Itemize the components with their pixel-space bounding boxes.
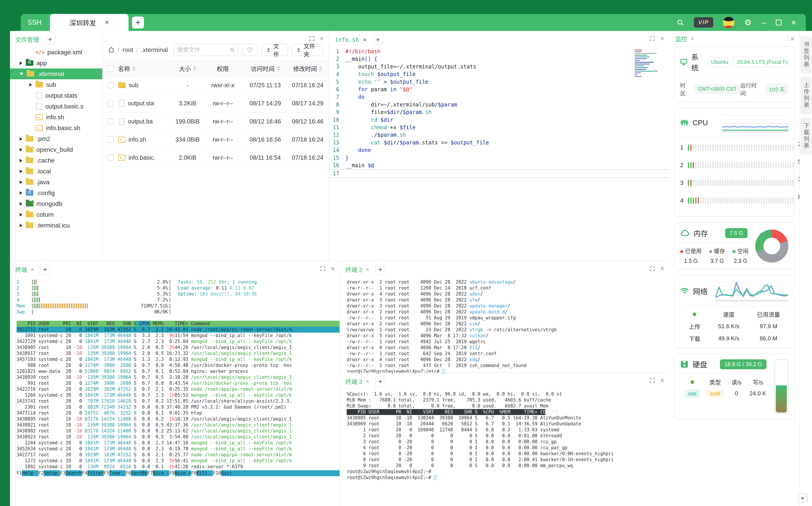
tree-item--xterminal[interactable]: .xterminal [10,69,102,79]
side-tab-3[interactable]: 下载列表 [801,117,812,155]
side-tab-2[interactable]: 上传列表 [801,77,812,114]
tree-item--cache[interactable]: .cache [10,155,102,166]
terminal-2-screen[interactable]: drwxr-xr-x 2 root root 4096 Dec 28 2022 … [340,277,669,374]
row-checkbox[interactable] [107,100,114,107]
settings-gear-icon[interactable]: ⚙ [744,18,752,27]
side-tab-1[interactable]: 书签列表 [801,36,812,73]
close-icon[interactable]: × [320,35,324,42]
row-checkbox[interactable] [107,82,114,89]
tree-item-sub[interactable]: sub [10,79,102,90]
editor-tab-close-icon[interactable]: × [363,36,367,43]
search-icon[interactable] [676,19,684,26]
process-row[interactable]: 3422712 root 20 0 1029M 162M 47252 S 8.7… [17,327,340,333]
chevron-right-icon[interactable] [20,137,22,141]
tree-item--local[interactable]: .local [10,166,102,177]
file-row[interactable]: output.ba199.0BiBrw-r--r--08/12 16:4608/… [103,113,329,131]
column-header-4[interactable]: 访问时间 [244,64,287,73]
process-row[interactable]: 3422729 systemd-c 20 0 1841M 173M 46448 … [17,339,340,345]
tree-item--java[interactable]: .java [10,177,102,187]
process-row[interactable]: 3438905 root 10 -10 135M 39380 19964 S 2… [17,345,340,350]
breadcrumb[interactable]: / root / .xterminal [108,47,168,54]
column-header-3[interactable]: 权限 [202,64,244,73]
tree-item-mongodb[interactable]: mongodb [10,198,102,209]
fullscreen-icon[interactable] [320,266,326,271]
tree-item-app[interactable]: app [10,58,102,69]
fullscreen-icon[interactable] [649,378,655,384]
chevron-down-icon[interactable] [20,73,23,75]
file-search[interactable] [174,44,239,56]
upload-file-button[interactable]: 文件 [261,44,288,56]
process-row[interactable]: 988 root 20 0 1274M 3900 2680 S 0.7 0.0 … [17,362,340,368]
tree-item--config[interactable]: .config [10,187,102,198]
chevron-right-icon[interactable] [20,202,22,205]
chevron-right-icon[interactable] [20,159,22,162]
terminal-3-tab[interactable]: 终端 3 [345,377,362,386]
vip-badge[interactable]: VIP [694,17,713,27]
process-row[interactable]: 1266 systemd-c 20 0 1841M 173M 46448 S 0… [17,392,340,398]
terminal-3-tab-close-icon[interactable]: × [366,378,369,385]
search-icon[interactable] [230,47,235,53]
terminal-3-prompt[interactable]: root@iZwz9hgcn5aqiewmvhl4pxZ:~# [347,475,669,481]
session-tab[interactable]: 深圳转发 × [50,14,128,31]
minimize-button[interactable]: – [761,18,766,27]
terminal-2-add-button[interactable]: + [375,264,385,275]
tree-item-output-basic-s[interactable]: output.basic.s [10,101,102,112]
process-row[interactable]: 3438917 root 10 -10 135M 39380 19964 S 2… [17,350,340,356]
terminal-2-tab-close-icon[interactable]: × [366,266,369,273]
process-row[interactable]: 1092 systemd-c 20 0 136M 8924 6516 S 0.0… [17,464,340,470]
terminal-3-screen[interactable]: %Cpu(s): 1.6 us, 1.6 sy, 0.0 ni, 96.8 id… [340,389,669,481]
monitor-tab-close-icon[interactable]: × [691,35,694,42]
tree-item-output-stats[interactable]: output.stats [10,90,102,101]
fullscreen-icon[interactable] [649,35,655,41]
row-checkbox[interactable] [107,154,114,161]
close-button[interactable]: × [791,18,796,27]
chevron-right-icon[interactable] [20,213,22,217]
process-row[interactable]: 3438921 root 10 -10 135M 39380 19964 S 0… [17,422,340,428]
select-all-checkbox[interactable] [107,65,114,72]
process-row[interactable]: 1272 systemd-c 20 0 1841M 173M 46448 S 0… [17,458,340,464]
chevron-right-icon[interactable] [20,180,22,184]
breadcrumb-dir[interactable]: .xterminal [141,47,168,54]
maximize-button[interactable] [776,20,782,25]
column-header-5[interactable]: 修改时间 [287,64,329,73]
process-row[interactable]: 3438902 root 10 -10 83176 14324 11408 S … [17,428,340,434]
sort-icon[interactable] [277,66,280,71]
htop-function-keys[interactable]: F1Help F2Setup F3SearchF4FilterF5Tree F6… [17,470,340,476]
process-row[interactable]: 1201821 www-data 20 0 52808 9824 6952 S … [17,368,340,374]
sort-icon[interactable] [319,66,322,71]
terminal-1-add-button[interactable]: + [40,264,50,275]
tab-monitor[interactable]: 监控 [675,34,687,43]
fullscreen-icon[interactable] [649,266,655,271]
terminal-3-add-button[interactable]: + [375,376,385,387]
tree-item-package-xml[interactable]: </>package.xml [10,47,102,58]
close-icon[interactable]: × [660,35,664,42]
process-row[interactable]: 1244 systemd-c 20 0 1841M 173M 46448 S 0… [17,440,340,446]
new-session-button[interactable]: + [132,16,144,28]
avatar[interactable] [723,17,734,28]
close-icon[interactable]: × [331,265,335,272]
terminal-1-tab-close-icon[interactable]: × [31,266,34,273]
tree-item--pm2[interactable]: .pm2 [10,134,102,144]
file-row[interactable]: sub-rwxr-xr-x07/25 11:1307/18 16:24 [103,76,329,94]
row-checkbox[interactable] [107,118,114,125]
chevron-right-icon[interactable] [20,224,22,227]
favorite-button[interactable]: ♡ [242,44,258,56]
column-header-1[interactable]: 名称 [118,64,173,73]
process-row[interactable]: 3438923 root 10 -10 135M 39380 19964 S 0… [17,434,340,440]
close-icon[interactable]: × [660,265,664,272]
chevron-right-icon[interactable] [20,61,22,65]
sort-icon[interactable] [132,66,136,71]
close-icon[interactable]: × [790,35,795,43]
process-row[interactable]: 3477114 root 20 0 10752 4076 3252 R 0.0 … [17,410,340,416]
home-icon[interactable] [108,47,115,53]
process-row[interactable]: 1433741 root 20 0 797M 17620 14620 S 0.7… [17,398,340,404]
file-row[interactable]: >_info.sh334.0BiBrw-r--r--08/16 16:5607/… [103,131,329,149]
chevron-right-icon[interactable] [20,170,22,173]
column-header-2[interactable]: 大小 [173,64,202,73]
code-area[interactable]: 1#!/bin/bash2__main() {3 output_file=~/.… [329,47,669,178]
breadcrumb-root[interactable]: root [122,47,133,54]
terminal-1-screen[interactable]: 1 [2.0%]2 [5.4%]3 [5.3%]4 [7.2%]Mem[710M… [10,277,340,476]
session-tab-close-icon[interactable]: × [105,18,109,26]
add-file-tab-button[interactable]: + [45,34,56,45]
process-row[interactable]: 1091 systemd-c 20 0 1841M 173M 46448 S 3… [17,333,340,339]
